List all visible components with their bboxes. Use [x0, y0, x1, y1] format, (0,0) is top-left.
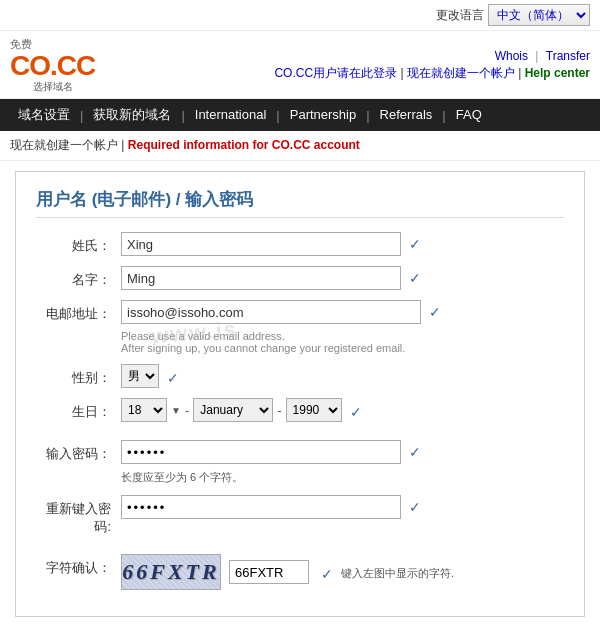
lang-label: 更改语言 [436, 7, 484, 24]
top-bar: 更改语言 中文（简体） English 日本語 [0, 0, 600, 31]
password-check: ✓ [409, 440, 421, 460]
language-select[interactable]: 中文（简体） English 日本語 [488, 4, 590, 26]
gender-field: 男 女 ✓ [121, 364, 564, 388]
last-name-field: ✓ [121, 232, 564, 256]
gender-group: 男 女 ✓ [121, 364, 179, 388]
birthday-group: 18 ▼ - JanuaryFebruaryMarchApril MayJune… [121, 398, 362, 422]
password-input[interactable] [121, 440, 401, 464]
nav-item-referrals[interactable]: Referrals [370, 99, 443, 131]
birthday-sep2: - [277, 403, 281, 418]
sep1: | [535, 49, 541, 63]
captcha-note: 键入左图中显示的字符. [341, 566, 454, 581]
nav-bar: 域名设置 | 获取新的域名 | International | Partners… [0, 99, 600, 131]
email-label: 电邮地址： [36, 300, 121, 323]
gender-select[interactable]: 男 女 [121, 364, 159, 388]
birthday-sep1: - [185, 403, 189, 418]
email-check: ✓ [429, 300, 441, 320]
email-field: www.is ✓ Please use a valid email addres… [121, 300, 564, 354]
nav-item-new-domain[interactable]: 获取新的域名 [83, 99, 181, 131]
gender-row: 性别： 男 女 ✓ [36, 364, 564, 388]
birthday-month-select[interactable]: JanuaryFebruaryMarchApril MayJuneJulyAug… [193, 398, 273, 422]
first-name-row: 名字： ✓ [36, 266, 564, 290]
email-note: Please use a valid email address. After … [121, 330, 421, 354]
birthday-field: 18 ▼ - JanuaryFebruaryMarchApril MayJune… [121, 398, 564, 422]
last-name-row: 姓氏： ✓ [36, 232, 564, 256]
nav-item-faq[interactable]: FAQ [446, 99, 492, 131]
logo-sub: 选择域名 [10, 80, 95, 94]
captcha-image: 66FXTR [121, 554, 221, 590]
password-field: ✓ 长度应至少为 6 个字符。 [121, 440, 564, 485]
captcha-label: 字符确认： [36, 554, 121, 577]
birthday-year-select[interactable]: 1990 [286, 398, 342, 422]
create-link[interactable]: 现在就创建一个帐户 [407, 66, 515, 80]
confirm-password-check: ✓ [409, 495, 421, 515]
birthday-day-icon: ▼ [171, 405, 181, 416]
birthday-label: 生日： [36, 398, 121, 421]
gender-check: ✓ [167, 366, 179, 386]
whois-link[interactable]: Whois [495, 49, 528, 63]
captcha-field: 66FXTR ✓ 键入左图中显示的字符. [121, 554, 564, 590]
email-note2: After signing up, you cannot change your… [121, 342, 405, 354]
last-name-check: ✓ [409, 232, 421, 252]
form-title: 用户名 (电子邮件) / 输入密码 [36, 188, 564, 218]
logo-links-top: Whois | Transfer [495, 49, 590, 63]
password-row: 输入密码： ✓ 长度应至少为 6 个字符。 [36, 440, 564, 485]
captcha-group: 66FXTR ✓ 键入左图中显示的字符. [121, 554, 454, 590]
logo-bar: 免费 CO.CC 选择域名 Whois | Transfer CO.CC用户请在… [0, 31, 600, 99]
email-watermark-container: www.is [121, 300, 421, 324]
nav-item-international[interactable]: International [185, 99, 277, 131]
confirm-password-input[interactable] [121, 495, 401, 519]
last-name-input[interactable] [121, 232, 401, 256]
logo-area: 免费 CO.CC 选择域名 [10, 37, 95, 94]
gender-label: 性别： [36, 364, 121, 387]
birthday-day-select[interactable]: 18 [121, 398, 167, 422]
birthday-row: 生日： 18 ▼ - JanuaryFebruaryMarchApril May… [36, 398, 564, 422]
first-name-check: ✓ [409, 266, 421, 286]
logo-links: Whois | Transfer CO.CC用户请在此登录 | 现在就创建一个帐… [274, 49, 590, 82]
help-link[interactable]: Help center [525, 66, 590, 80]
logo: CO.CC [10, 52, 95, 80]
breadcrumb-home[interactable]: 现在就创建一个帐户 [10, 138, 118, 152]
confirm-password-field: ✓ [121, 495, 564, 519]
first-name-input[interactable] [121, 266, 401, 290]
email-row: 电邮地址： www.is ✓ Please use a valid email … [36, 300, 564, 354]
last-name-label: 姓氏： [36, 232, 121, 255]
captcha-image-text: 66FXTR [122, 559, 219, 585]
breadcrumb: 现在就创建一个帐户 | Required information for CO.… [0, 131, 600, 161]
login-link[interactable]: CO.CC用户请在此登录 [274, 66, 397, 80]
birthday-check: ✓ [350, 400, 362, 420]
password-hint: 长度应至少为 6 个字符。 [121, 470, 401, 485]
password-label: 输入密码： [36, 440, 121, 463]
confirm-password-label: 重新键入密码: [36, 495, 121, 536]
email-note1: Please use a valid email address. [121, 330, 285, 342]
confirm-password-row: 重新键入密码: ✓ [36, 495, 564, 536]
captcha-input[interactable] [229, 560, 309, 584]
nav-item-domain-settings[interactable]: 域名设置 [8, 99, 80, 131]
breadcrumb-current: Required information for CO.CC account [128, 138, 360, 152]
nav-item-partnership[interactable]: Partnership [280, 99, 366, 131]
first-name-field: ✓ [121, 266, 564, 290]
captcha-check: ✓ [321, 562, 333, 582]
transfer-link[interactable]: Transfer [546, 49, 590, 63]
form-container: 用户名 (电子邮件) / 输入密码 姓氏： ✓ 名字： ✓ 电邮地址： www.… [15, 171, 585, 617]
captcha-row: 字符确认： 66FXTR ✓ 键入左图中显示的字符. [36, 554, 564, 590]
email-input[interactable] [121, 300, 421, 324]
first-name-label: 名字： [36, 266, 121, 289]
logo-links-bottom: CO.CC用户请在此登录 | 现在就创建一个帐户 | Help center [274, 65, 590, 82]
